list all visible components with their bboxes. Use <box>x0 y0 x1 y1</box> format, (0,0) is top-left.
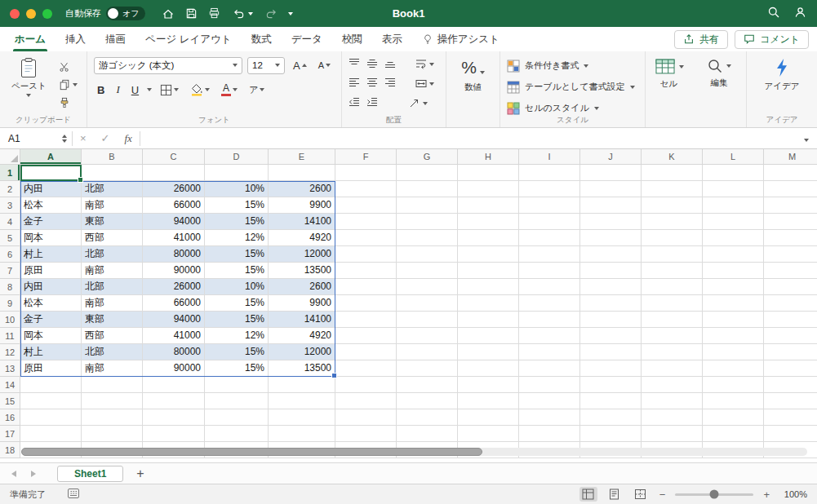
cell-B9[interactable]: 南部 <box>82 295 143 312</box>
decrease-indent-icon[interactable] <box>349 97 360 110</box>
cell-H13[interactable] <box>458 360 519 377</box>
cell-C6[interactable]: 80000 <box>143 246 205 263</box>
cell-C9[interactable]: 66000 <box>143 295 205 312</box>
cell-M14[interactable] <box>764 377 817 393</box>
cell-B2[interactable]: 北部 <box>82 181 143 197</box>
row-header-15[interactable]: 15 <box>0 393 20 409</box>
cell-D14[interactable] <box>205 377 269 393</box>
cell-I4[interactable] <box>519 214 580 230</box>
cell-C15[interactable] <box>143 393 205 409</box>
cell-B5[interactable]: 西部 <box>82 230 143 246</box>
font-size-select[interactable]: 12 <box>247 57 285 74</box>
cells-button[interactable]: セル <box>652 56 686 91</box>
horizontal-scrollbar[interactable] <box>21 448 807 456</box>
cell-H9[interactable] <box>458 295 519 312</box>
align-bottom-icon[interactable] <box>384 58 396 71</box>
cell-I1[interactable] <box>519 165 580 181</box>
cell-F13[interactable] <box>335 360 397 377</box>
cell-K7[interactable] <box>642 263 703 279</box>
cell-C4[interactable]: 94000 <box>143 214 205 230</box>
column-header-L[interactable]: L <box>703 149 764 165</box>
cell-M15[interactable] <box>764 393 817 409</box>
cell-M17[interactable] <box>764 426 817 442</box>
cell-C2[interactable]: 26000 <box>143 181 205 197</box>
cell-F3[interactable] <box>335 197 397 214</box>
cell-K11[interactable] <box>642 328 703 344</box>
cell-I13[interactable] <box>519 360 580 377</box>
cell-K16[interactable] <box>642 409 703 426</box>
ribbon-tab-データ[interactable]: データ <box>282 27 332 51</box>
cell-J2[interactable] <box>580 181 642 197</box>
cell-A16[interactable] <box>20 409 82 426</box>
cell-E10[interactable]: 14100 <box>269 312 335 328</box>
cell-I15[interactable] <box>519 393 580 409</box>
fill-color-button[interactable] <box>187 81 213 99</box>
cell-F9[interactable] <box>335 295 397 312</box>
column-header-H[interactable]: H <box>458 149 519 165</box>
cell-D8[interactable]: 10% <box>205 279 269 295</box>
ideas-button[interactable]: アイデア <box>753 56 810 94</box>
cell-M2[interactable] <box>764 181 817 197</box>
cell-L2[interactable] <box>703 181 764 197</box>
cell-B15[interactable] <box>82 393 143 409</box>
cell-J4[interactable] <box>580 214 642 230</box>
copy-button[interactable] <box>57 76 79 93</box>
name-box-spinner[interactable] <box>62 135 67 143</box>
row-header-17[interactable]: 17 <box>0 426 20 442</box>
cell-B17[interactable] <box>82 426 143 442</box>
cell-F6[interactable] <box>335 246 397 263</box>
cell-H4[interactable] <box>458 214 519 230</box>
zoom-slider-thumb[interactable] <box>710 490 719 499</box>
cell-K8[interactable] <box>642 279 703 295</box>
cell-E5[interactable]: 4920 <box>269 230 335 246</box>
column-header-B[interactable]: B <box>82 149 143 165</box>
formula-bar-expand-button[interactable] <box>796 133 817 144</box>
cut-button[interactable] <box>57 58 79 75</box>
cell-H17[interactable] <box>458 426 519 442</box>
cell-D16[interactable] <box>205 409 269 426</box>
row-header-14[interactable]: 14 <box>0 377 20 393</box>
sheet-tab-sheet1[interactable]: Sheet1 <box>57 466 123 482</box>
column-header-F[interactable]: F <box>335 149 397 165</box>
cell-I5[interactable] <box>519 230 580 246</box>
cell-L17[interactable] <box>703 426 764 442</box>
increase-font-size-button[interactable]: A <box>290 56 310 74</box>
column-header-A[interactable]: A <box>20 149 82 165</box>
comments-button[interactable]: コメント <box>735 30 809 49</box>
row-header-7[interactable]: 7 <box>0 263 20 279</box>
save-icon[interactable] <box>185 7 198 20</box>
cell-G5[interactable] <box>397 230 458 246</box>
confirm-entry-button[interactable]: ✓ <box>94 132 118 144</box>
row-header-4[interactable]: 4 <box>0 214 20 230</box>
cell-F4[interactable] <box>335 214 397 230</box>
cell-J11[interactable] <box>580 328 642 344</box>
cell-E13[interactable]: 13500 <box>269 360 335 377</box>
cell-G3[interactable] <box>397 197 458 214</box>
column-header-K[interactable]: K <box>642 149 703 165</box>
cell-L8[interactable] <box>703 279 764 295</box>
row-header-6[interactable]: 6 <box>0 246 20 263</box>
ribbon-tab-ホーム[interactable]: ホーム <box>5 27 56 51</box>
close-window-button[interactable] <box>10 9 20 19</box>
cell-A8[interactable]: 内田 <box>20 279 82 295</box>
zoom-level[interactable]: 100% <box>779 489 807 499</box>
text-orientation-button[interactable] <box>407 95 429 112</box>
page-layout-view-button[interactable] <box>606 487 624 502</box>
cell-H14[interactable] <box>458 377 519 393</box>
cell-L4[interactable] <box>703 214 764 230</box>
paste-button[interactable]: ペースト <box>7 56 51 98</box>
cell-J10[interactable] <box>580 312 642 328</box>
number-format-button[interactable]: % <box>456 58 490 77</box>
cell-D11[interactable]: 12% <box>205 328 269 344</box>
cell-B8[interactable]: 北部 <box>82 279 143 295</box>
account-icon[interactable] <box>793 6 807 21</box>
cell-E16[interactable] <box>269 409 335 426</box>
cell-B6[interactable]: 北部 <box>82 246 143 263</box>
cell-E1[interactable] <box>269 165 335 181</box>
format-painter-button[interactable] <box>57 94 79 111</box>
cell-H12[interactable] <box>458 344 519 360</box>
cell-D6[interactable]: 15% <box>205 246 269 263</box>
cell-M7[interactable] <box>764 263 817 279</box>
cell-B4[interactable]: 東部 <box>82 214 143 230</box>
cell-F15[interactable] <box>335 393 397 409</box>
